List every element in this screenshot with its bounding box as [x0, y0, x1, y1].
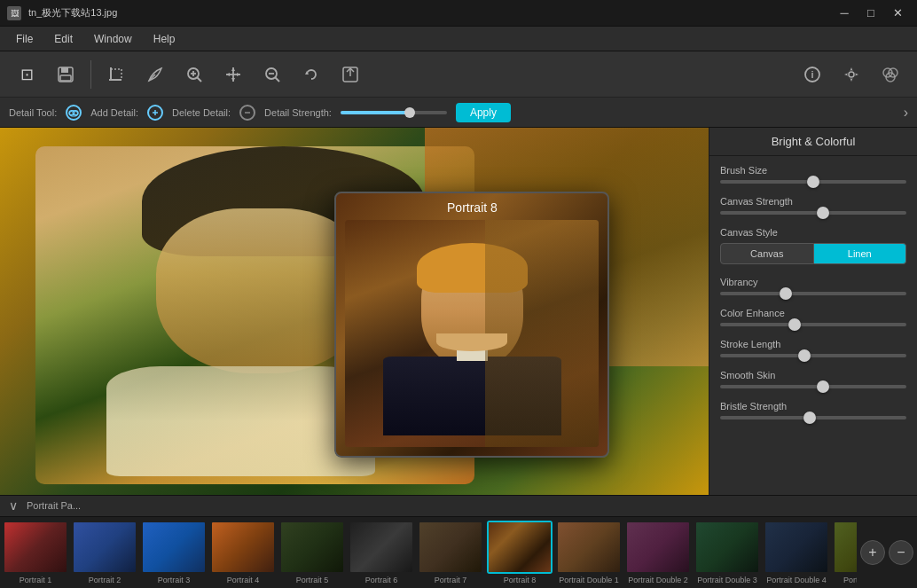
filmstrip-bottom-row: Portrait 1Portrait 2Portrait 3Portrait 4…	[0, 517, 917, 588]
bristle-strength-label: Bristle Strength	[720, 401, 906, 412]
menu-help[interactable]: Help	[143, 29, 186, 49]
filmstrip-thumb-inner-p9	[558, 522, 620, 572]
panel-content: Brush Size Canvas Strength Canvas Style …	[709, 156, 917, 495]
filmstrip-add-button[interactable]: +	[860, 540, 885, 565]
menu-file[interactable]: File	[5, 29, 43, 49]
menu-window[interactable]: Window	[83, 29, 143, 49]
bristle-strength-slider[interactable]	[720, 416, 906, 419]
menu-edit[interactable]: Edit	[43, 29, 83, 49]
brush-size-label: Brush Size	[720, 165, 906, 176]
filmstrip-thumb-p6	[349, 521, 414, 574]
canvas-style-label: Canvas Style	[720, 227, 906, 238]
vibrancy-row: Vibrancy	[720, 277, 906, 295]
filmstrip-item-p11[interactable]: Portrait Double 3	[694, 521, 761, 584]
filmstrip-item-p9[interactable]: Portrait Double 1	[555, 521, 623, 584]
window-controls: ─ □ ✕	[832, 4, 910, 22]
add-detail-icon[interactable]	[147, 105, 163, 121]
filmstrip-item-p12[interactable]: Portrait Double 4	[763, 521, 830, 584]
info-icon: i	[803, 65, 822, 84]
main-content: Portrait 8 Bright & Colorful	[0, 128, 917, 495]
detail-strength-slider[interactable]	[341, 111, 447, 114]
brush-size-slider[interactable]	[720, 180, 906, 184]
filmstrip-item-p13[interactable]: Portrait Pe...	[832, 521, 857, 584]
filmstrip-thumb-p3	[141, 521, 207, 574]
zoom-in-button[interactable]	[176, 57, 212, 92]
smooth-skin-slider[interactable]	[720, 385, 906, 388]
filmstrip-header: ∨ Portrait Pa...	[0, 496, 917, 517]
rotate-icon	[302, 65, 321, 84]
image-tool-button[interactable]: ⊡	[9, 57, 44, 92]
filmstrip-label-p4: Portrait 4	[209, 576, 277, 584]
filmstrip-thumb-p7	[418, 521, 483, 574]
filmstrip-thumb-p8	[487, 521, 553, 574]
filmstrip-item-p8[interactable]: Portrait 8	[486, 521, 553, 584]
filmstrip-label-p12: Portrait Double 4	[763, 576, 830, 584]
rotate-tool-button[interactable]	[294, 57, 329, 92]
toolbar: ⊡	[0, 51, 917, 98]
filmstrip-item-p4[interactable]: Portrait 4	[209, 521, 277, 584]
filmstrip-thumb-p10	[625, 521, 691, 574]
close-button[interactable]: ✕	[885, 4, 910, 22]
color-enhance-slider[interactable]	[720, 323, 906, 326]
svg-marker-15	[231, 78, 235, 82]
settings-button[interactable]	[834, 57, 869, 92]
crop-icon	[106, 65, 126, 84]
save-tool-button[interactable]	[48, 57, 83, 92]
export-tool-button[interactable]	[333, 57, 368, 92]
filmstrip-collapse-button[interactable]: ∨	[9, 498, 18, 513]
filmstrip-item-p2[interactable]: Portrait 2	[71, 521, 138, 584]
canvas-strength-label: Canvas Strength	[720, 196, 906, 207]
svg-point-28	[849, 72, 854, 77]
detail-tool-icon[interactable]	[66, 105, 82, 121]
panel-title: Bright & Colorful	[709, 128, 917, 156]
effects-icon	[881, 65, 900, 84]
info-button[interactable]: i	[795, 57, 830, 92]
svg-text:i: i	[811, 69, 813, 80]
canvas-strength-slider[interactable]	[720, 211, 906, 215]
smooth-skin-row: Smooth Skin	[720, 370, 906, 388]
filmstrip-thumb-inner-p4	[212, 522, 274, 572]
svg-rect-1	[61, 67, 68, 73]
app-icon: 🖼	[7, 6, 21, 20]
feather-tool-button[interactable]	[137, 57, 173, 92]
crop-tool-button[interactable]	[98, 57, 134, 92]
plus-circle-icon	[151, 108, 160, 117]
detail-bar-arrow[interactable]: ›	[904, 105, 908, 121]
settings-icon	[842, 65, 861, 84]
toolbar-separator-1	[90, 60, 91, 89]
minimize-button[interactable]: ─	[832, 4, 857, 22]
apply-button[interactable]: Apply	[456, 103, 511, 122]
save-icon	[56, 65, 75, 84]
maximize-button[interactable]: □	[858, 4, 883, 22]
svg-marker-16	[226, 73, 230, 76]
filmstrip-item-p3[interactable]: Portrait 3	[140, 521, 208, 584]
filmstrip-item-p6[interactable]: Portrait 6	[348, 521, 415, 584]
filmstrip-item-p10[interactable]: Portrait Double 2	[624, 521, 692, 584]
canvas-area[interactable]: Portrait 8	[0, 128, 709, 495]
smooth-skin-label: Smooth Skin	[720, 370, 906, 380]
zoom-out-button[interactable]	[255, 57, 290, 92]
canvas-style-canvas-button[interactable]: Canvas	[720, 243, 814, 264]
delete-detail-icon[interactable]	[239, 105, 255, 121]
title-bar: 🖼 tn_极光下载站13.jpg ─ □ ✕	[0, 0, 917, 27]
filmstrip-thumb-p5	[279, 521, 345, 574]
filmstrip-remove-button[interactable]: −	[889, 540, 913, 565]
move-tool-button[interactable]	[216, 57, 251, 92]
filmstrip-item-p5[interactable]: Portrait 5	[278, 521, 346, 584]
filmstrip-label-p10: Portrait Double 2	[624, 576, 692, 584]
canvas-style-linen-button[interactable]: Linen	[814, 243, 907, 264]
color-enhance-row: Color Enhance	[720, 308, 906, 326]
filmstrip-item-p1[interactable]: Portrait 1	[2, 521, 69, 584]
filmstrip-thumb-p11	[694, 521, 760, 574]
vibrancy-slider[interactable]	[720, 292, 906, 295]
minus-circle-icon	[243, 108, 252, 117]
filmstrip-label-p1: Portrait 1	[2, 576, 69, 584]
portrait-overlay-title: Portrait 8	[336, 200, 607, 215]
stroke-length-slider[interactable]	[720, 354, 906, 357]
effects-button[interactable]	[873, 57, 908, 92]
filmstrip-item-p7[interactable]: Portrait 7	[417, 521, 484, 584]
filmstrip-thumb-inner-p2	[74, 522, 136, 572]
right-panel: Bright & Colorful Brush Size Canvas Stre…	[709, 128, 917, 495]
canvas-strength-row: Canvas Strength	[720, 196, 906, 215]
filmstrip-thumb-p13	[833, 521, 857, 574]
